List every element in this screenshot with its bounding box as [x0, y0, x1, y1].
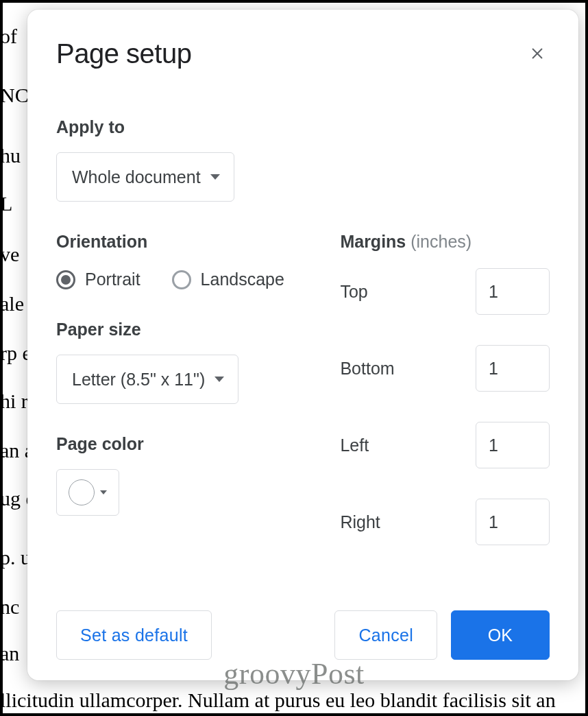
apply-to-select[interactable]: Whole document: [56, 152, 234, 202]
dialog-title: Page setup: [56, 38, 191, 69]
margin-left-input[interactable]: [476, 422, 550, 468]
cancel-button[interactable]: Cancel: [334, 610, 437, 660]
margins-heading-text: Margins: [340, 232, 406, 251]
apply-to-label: Apply to: [56, 117, 550, 137]
close-button[interactable]: [525, 43, 550, 67]
margin-top-input[interactable]: [476, 268, 550, 315]
orientation-landscape-radio[interactable]: Landscape: [172, 270, 284, 289]
margin-top-label: Top: [340, 282, 367, 302]
orientation-portrait-label: Portrait: [85, 270, 140, 289]
paper-size-value: Letter (8.5" x 11"): [72, 370, 205, 390]
caret-down-icon: [215, 377, 224, 382]
paper-size-select[interactable]: Letter (8.5" x 11"): [56, 355, 238, 404]
radio-icon: [56, 270, 75, 289]
set-as-default-button[interactable]: Set as default: [56, 610, 212, 660]
ok-button[interactable]: OK: [451, 610, 550, 660]
page-setup-dialog: Page setup Apply to Whole document Orien…: [27, 10, 578, 680]
page-color-select[interactable]: [56, 469, 119, 516]
orientation-portrait-radio[interactable]: Portrait: [56, 270, 140, 289]
caret-down-icon: [210, 174, 220, 180]
apply-to-value: Whole document: [72, 167, 201, 187]
margin-bottom-label: Bottom: [340, 359, 394, 379]
margin-left-label: Left: [340, 435, 369, 455]
page-color-label: Page color: [56, 434, 337, 454]
orientation-landscape-label: Landscape: [201, 270, 284, 289]
page-color-swatch: [69, 479, 95, 505]
margin-bottom-input[interactable]: [476, 345, 550, 392]
margins-unit: (inches): [411, 232, 471, 251]
radio-icon: [172, 270, 191, 289]
margin-right-label: Right: [340, 512, 380, 532]
margins-heading: Margins (inches): [340, 232, 550, 252]
caret-down-icon: [100, 490, 107, 494]
close-icon: [530, 46, 545, 64]
margin-right-input[interactable]: [476, 499, 550, 545]
orientation-label: Orientation: [56, 232, 337, 252]
paper-size-label: Paper size: [56, 320, 337, 339]
